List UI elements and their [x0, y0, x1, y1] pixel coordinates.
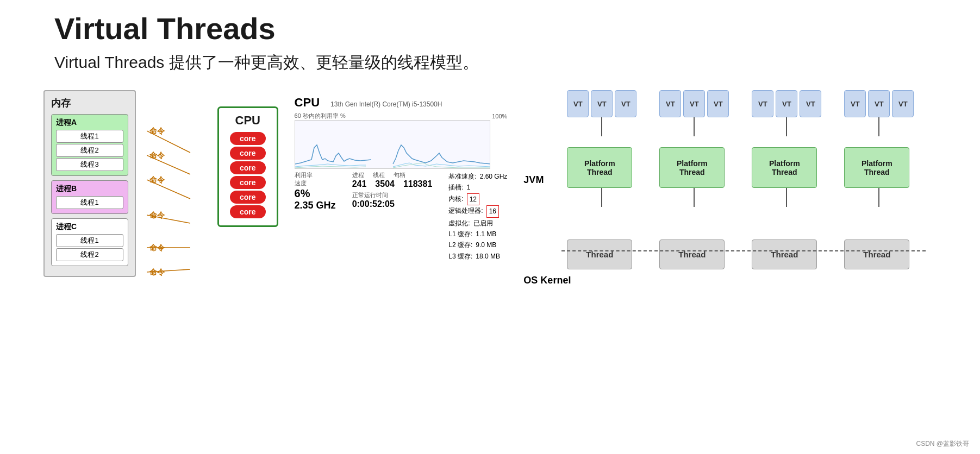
process-a-label: 进程A	[56, 118, 123, 128]
attribution: CSDN @蓝影铁哥	[916, 439, 969, 449]
cpu-details-block: 基准速度: 2.60 GHz 插槽: 1 内核: 12 逻辑处理器: 16	[448, 171, 507, 262]
l2-label: L2 缓存:	[448, 239, 472, 250]
l1-label: L1 缓存:	[448, 229, 472, 239]
runtime-label: 正常运行时间	[352, 191, 433, 199]
memory-section: 内存 进程A 线程1 线程2 线程3 进程B 线程1 进程C 线程1 线程2	[43, 90, 136, 277]
group-2: VT VT VT PlatformThread Thread	[659, 90, 729, 269]
connector-1b	[601, 188, 602, 207]
thread-a1: 线程1	[56, 130, 123, 143]
subtitle: Virtual Threads 提供了一种更高效、更轻量级的线程模型。	[54, 52, 958, 74]
content-area: 内存 进程A 线程1 线程2 线程3 进程B 线程1 进程C 线程1 线程2	[22, 90, 958, 318]
thread-a2: 线程2	[56, 144, 123, 157]
cpu-box: CPU core core core core core core	[217, 106, 278, 227]
cpu-model: 13th Gen Intel(R) Core(TM) i5-13500H	[330, 100, 442, 108]
core-5: core	[230, 191, 266, 204]
utilization-stat: 利用率 速度 6% 2.35 GHz	[295, 171, 336, 262]
logical-value: 16	[486, 205, 499, 217]
thread-a3: 线程3	[56, 158, 123, 171]
cpu-percent-label: 100%	[492, 113, 507, 119]
process-c-label: 进程C	[56, 222, 123, 232]
jvm-label: JVM	[523, 174, 544, 186]
cpu-graph	[295, 120, 490, 169]
group-3: VT VT VT PlatformThread Thread	[752, 90, 821, 269]
vt-group-2-boxes: VT VT VT	[659, 90, 729, 117]
cores-value: 12	[467, 193, 479, 205]
vt-3-3: VT	[800, 90, 821, 117]
vt-4-2: VT	[868, 90, 890, 117]
connector-4b	[878, 188, 879, 207]
virt-label: 虚拟化:	[448, 218, 470, 229]
cmd6: 命令	[149, 268, 165, 278]
process-b-label: 进程B	[56, 184, 123, 194]
l1-value: 1.1 MB	[476, 229, 496, 239]
vt-1-2: VT	[591, 90, 613, 117]
utilization-value: 6%	[295, 187, 336, 200]
thread-b1: 线程1	[56, 196, 123, 209]
threads-value: 3504	[375, 179, 395, 189]
vt-3-2: VT	[776, 90, 797, 117]
sockets-value: 1	[467, 182, 471, 193]
vt-group-1-boxes: VT VT VT	[567, 90, 636, 117]
cores-label: 内核:	[448, 193, 463, 205]
l3-label: L3 缓存:	[448, 251, 472, 262]
cpu-stats: 利用率 速度 6% 2.35 GHz 进程 线程 句柄 241 3504 118…	[295, 171, 508, 262]
logical-label: 逻辑处理器:	[448, 205, 483, 217]
os-thread-4: Thread	[844, 239, 909, 269]
sockets-label: 插槽:	[448, 182, 463, 193]
vt-4-1: VT	[844, 90, 866, 117]
vt-1-1: VT	[567, 90, 589, 117]
group-1: VT VT VT PlatformThread Thread	[567, 90, 636, 269]
vt-4-3: VT	[892, 90, 914, 117]
thread-c2: 线程2	[56, 248, 123, 261]
cmd3: 命令	[149, 175, 165, 185]
connector-2	[694, 117, 695, 136]
cpu-monitor: CPU 13th Gen Intel(R) Core(TM) i5-13500H…	[295, 96, 508, 262]
process-stats: 进程 线程 句柄 241 3504 118381 正常运行时间 0:00:52:…	[352, 171, 433, 262]
group-4: VT VT VT PlatformThread Thread	[844, 90, 914, 269]
os-thread-2: Thread	[659, 239, 725, 269]
core-4: core	[230, 176, 266, 189]
speed-label: 速度	[295, 179, 336, 187]
jvm-diagram-container: JVM OS Kernel VT VT VT PlatformThread Th…	[523, 90, 937, 318]
l3-value: 18.0 MB	[476, 251, 500, 262]
connector-2b	[694, 188, 695, 207]
cpu-graph-svg	[295, 121, 490, 169]
baseline-label: 基准速度:	[448, 171, 476, 182]
vt-2-2: VT	[683, 90, 705, 117]
processes-value: 241	[352, 179, 367, 189]
cpu-monitor-title: CPU	[295, 96, 320, 110]
platform-thread-4: PlatformThread	[844, 147, 909, 188]
connector-1	[601, 117, 602, 136]
cpu-usage-label: 60 秒内的利用率 %	[295, 112, 346, 120]
vt-2-3: VT	[707, 90, 729, 117]
vt-1-3: VT	[615, 90, 636, 117]
threads-label: 线程	[373, 171, 385, 179]
arrow-svg	[147, 120, 207, 288]
thread-c1: 线程1	[56, 234, 123, 247]
platform-thread-2: PlatformThread	[659, 147, 725, 188]
processes-label: 进程	[352, 171, 364, 179]
cmd4: 命令	[149, 211, 165, 220]
dashed-divider	[561, 250, 926, 251]
vt-3-1: VT	[752, 90, 773, 117]
os-thread-1: Thread	[567, 239, 632, 269]
handles-value: 118381	[403, 179, 432, 189]
cpu-box-label: CPU	[230, 114, 266, 128]
baseline-value: 2.60 GHz	[480, 171, 508, 182]
core-6: core	[230, 205, 266, 218]
page-container: Virtual Threads Virtual Threads 提供了一种更高效…	[0, 0, 980, 454]
process-a: 进程A 线程1 线程2 线程3	[51, 114, 128, 176]
memory-title: 内存	[51, 97, 128, 110]
process-c: 进程C 线程1 线程2	[51, 218, 128, 266]
core-1: core	[230, 132, 266, 145]
cpu-section: CPU core core core core core core	[217, 106, 278, 227]
cmd2: 命令	[149, 151, 165, 161]
l2-value: 9.0 MB	[476, 239, 496, 250]
core-3: core	[230, 161, 266, 174]
utilization-label: 利用率	[295, 171, 336, 179]
runtime-value: 0:00:52:05	[352, 199, 433, 209]
cmd5: 命令	[149, 243, 165, 253]
core-2: core	[230, 147, 266, 160]
handles-label: 句柄	[394, 171, 405, 179]
os-thread-3: Thread	[752, 239, 817, 269]
